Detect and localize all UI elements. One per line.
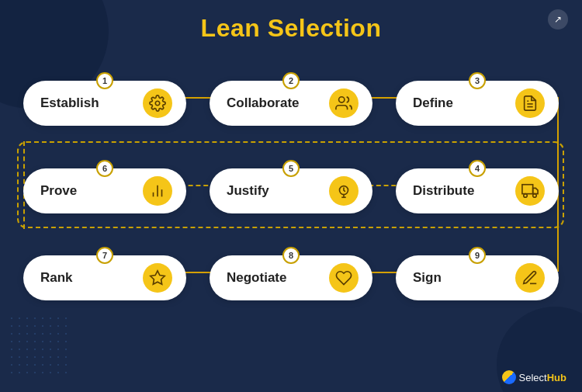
step-4-label: Distribute	[413, 183, 515, 199]
svg-point-1	[339, 97, 345, 102]
step-8-label: Negotiate	[227, 270, 329, 286]
step-4-icon	[515, 176, 545, 206]
step-4-number: 4	[469, 160, 486, 177]
svg-marker-5	[533, 188, 538, 193]
step-9-label: Sign	[413, 270, 515, 286]
step-1-label: Establish	[40, 95, 143, 111]
step-5-label: Justify	[227, 183, 329, 199]
step-6: 6 Prove	[23, 160, 186, 213]
step-6-number: 6	[96, 160, 113, 177]
step-5-number: 5	[282, 160, 300, 177]
step-8: 8 Negotiate	[210, 247, 372, 300]
svg-point-7	[533, 194, 537, 198]
step-2-label: Collaborate	[227, 95, 329, 111]
step-7: 7 Rank	[23, 247, 186, 300]
step-1-icon	[143, 88, 172, 118]
step-3-number: 3	[469, 72, 486, 89]
step-1: 1 Establish	[23, 72, 186, 126]
step-9: 9 Sign	[396, 247, 559, 300]
svg-rect-4	[522, 185, 533, 194]
step-2: 2 Collaborate	[210, 72, 372, 126]
step-3-icon	[515, 88, 545, 118]
step-6-icon	[143, 176, 172, 206]
step-4: 4 Distribute	[396, 160, 559, 213]
step-3-label: Define	[413, 95, 515, 111]
step-7-icon	[143, 263, 172, 293]
svg-point-6	[524, 194, 528, 198]
step-9-number: 9	[469, 247, 486, 264]
step-7-label: Rank	[40, 270, 143, 286]
step-7-number: 7	[96, 247, 113, 264]
steps-grid: 1 Establish 2 Collaborate	[23, 58, 559, 322]
step-5: 5 Justify	[210, 160, 372, 213]
step-8-icon	[329, 263, 359, 293]
step-6-label: Prove	[40, 183, 143, 199]
step-2-icon	[329, 88, 359, 118]
step-3: 3 Define	[396, 72, 559, 126]
step-8-number: 8	[282, 247, 300, 264]
page-title: Lean Selection	[201, 14, 382, 43]
share-icon[interactable]: ↗	[548, 9, 568, 29]
svg-point-0	[155, 101, 160, 106]
step-2-number: 2	[282, 72, 300, 89]
step-5-icon	[329, 176, 359, 206]
step-1-number: 1	[96, 72, 113, 89]
step-9-icon	[515, 263, 545, 293]
